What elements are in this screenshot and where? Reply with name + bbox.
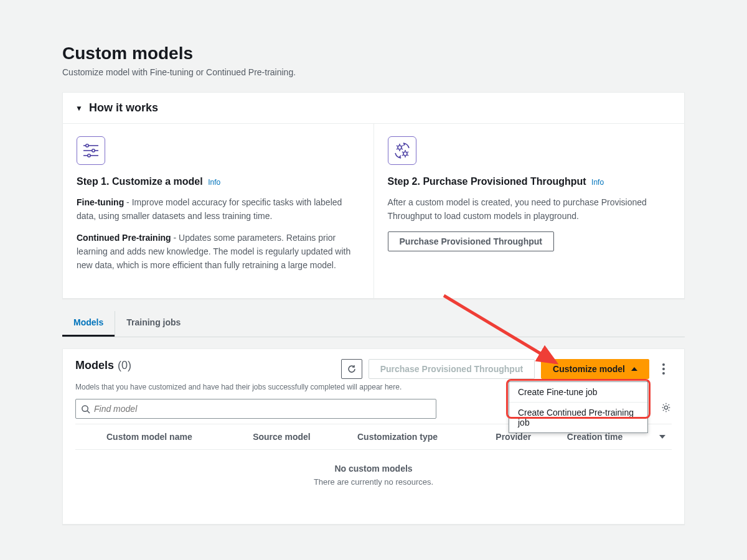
how-it-works-title: How it works [89,101,158,114]
sort-desc-icon [659,435,665,439]
models-title: Models (0) [75,359,131,372]
dropdown-item-continued-pretraining[interactable]: Create Continued Pre-training job [509,403,647,432]
col-customization-type[interactable]: Customization type [351,424,489,450]
page-title: Custom models [62,44,685,63]
more-actions-button[interactable] [655,359,672,379]
purchase-throughput-button[interactable]: Purchase Provisioned Throughput [388,231,554,251]
tab-models[interactable]: Models [62,311,115,337]
svg-point-7 [403,152,407,156]
sliders-icon [77,136,105,165]
col-model-name[interactable]: Custom model name [100,424,247,450]
svg-point-5 [88,154,90,157]
svg-point-8 [82,406,88,411]
step-1-title: Step 1. Customize a model Info [77,176,360,187]
models-count: (0) [118,359,131,372]
step-1-text-1: Fine-tuning - Improve model accuracy for… [77,196,360,223]
svg-point-6 [398,146,402,149]
customize-model-dropdown: Create Fine-tune job Create Continued Pr… [509,381,648,433]
dropdown-item-fine-tune[interactable]: Create Fine-tune job [509,382,647,403]
step-2-info-link[interactable]: Info [591,178,604,187]
page-subtitle: Customize model with Fine-tuning or Cont… [62,67,685,77]
refresh-icon [347,364,357,374]
search-input[interactable] [94,404,431,414]
step-2-title: Step 2. Purchase Provisioned Throughput … [388,176,671,187]
empty-title: No custom models [75,464,672,474]
svg-point-3 [92,149,95,152]
caret-down-icon: ▼ [75,104,83,113]
col-source-model[interactable]: Source model [247,424,351,450]
step-1-text-2: Continued Pre-training - Updates some pa… [77,231,360,272]
svg-line-9 [87,411,90,413]
gears-cycle-icon [388,136,416,165]
step-2-column: Step 2. Purchase Provisioned Throughput … [374,124,685,298]
how-it-works-panel: ▼ How it works Step 1. Customize a model [62,92,685,299]
refresh-button[interactable] [341,359,362,379]
empty-state: No custom models There are currently no … [75,450,672,493]
gear-icon [660,402,672,413]
step-1-info-link[interactable]: Info [208,178,220,187]
search-icon [81,404,90,414]
caret-up-icon [631,367,637,371]
settings-button[interactable] [660,402,672,416]
svg-point-1 [86,144,88,147]
tab-bar: Models Training jobs [62,311,685,337]
empty-sub: There are currently no resources. [75,477,672,487]
svg-point-10 [664,406,667,409]
tab-training-jobs[interactable]: Training jobs [115,311,192,337]
search-box[interactable] [75,399,436,419]
step-1-column: Step 1. Customize a model Info Fine-tuni… [63,124,374,298]
models-panel: Models (0) Purchase Provisioned Throughp… [62,348,685,525]
customize-model-button[interactable]: Customize model [541,359,649,379]
purchase-throughput-button-2[interactable]: Purchase Provisioned Throughput [369,359,535,379]
step-2-text: After a custom model is created, you nee… [388,196,671,223]
how-it-works-toggle[interactable]: ▼ How it works [63,93,684,124]
